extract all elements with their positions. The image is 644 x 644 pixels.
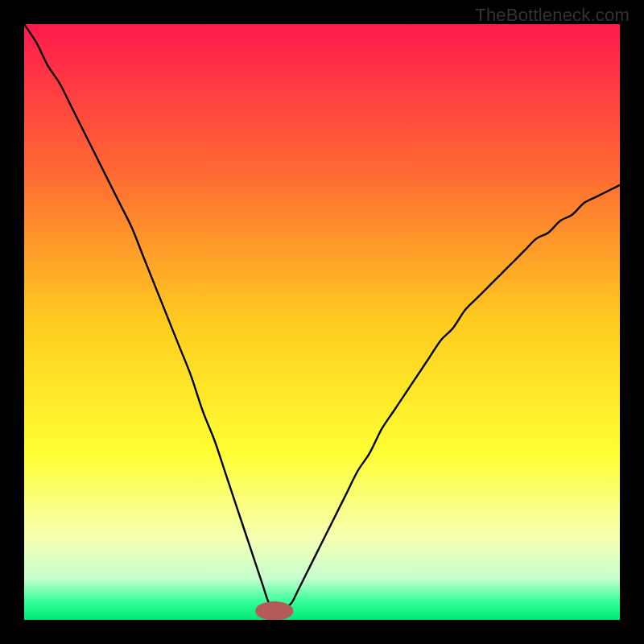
attribution-label: TheBottleneck.com bbox=[475, 5, 630, 26]
optimum-marker bbox=[255, 601, 293, 620]
chart-svg bbox=[24, 24, 620, 620]
chart-plot-area bbox=[24, 24, 620, 620]
gradient-background bbox=[24, 24, 620, 620]
outer-frame: TheBottleneck.com bbox=[0, 0, 644, 644]
